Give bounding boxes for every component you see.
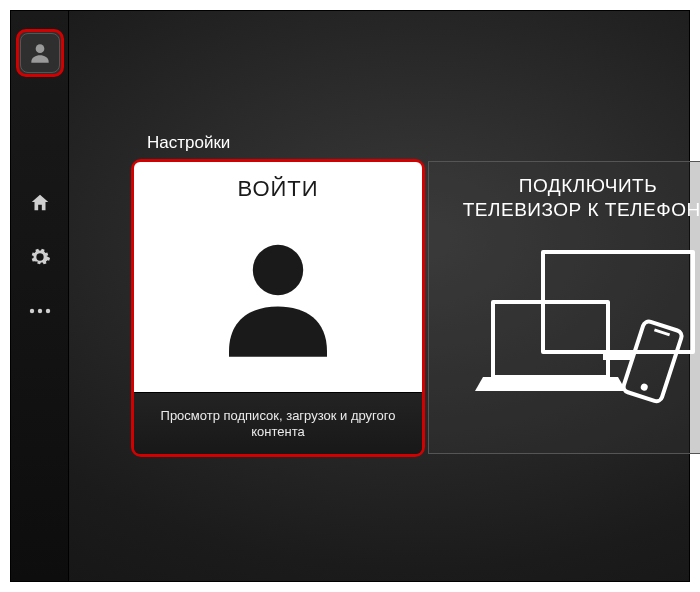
login-caption: Просмотр подписок, загрузок и другого ко… xyxy=(148,408,408,440)
connect-title-line2: ТЕЛЕВИЗОР К ТЕЛЕФОНУ xyxy=(463,199,700,220)
nav-list xyxy=(29,192,51,322)
account-icon xyxy=(20,33,60,73)
home-icon[interactable] xyxy=(29,192,51,214)
login-card-body: ВОЙТИ xyxy=(134,162,422,392)
connect-title-line1: ПОДКЛЮЧИТЬ xyxy=(519,175,657,196)
account-button[interactable] xyxy=(16,29,64,77)
content-area: Настройки ВОЙТИ Просмотр подписок, xyxy=(69,11,689,581)
svg-point-1 xyxy=(29,309,33,313)
login-caption-bar: Просмотр подписок, загрузок и другого ко… xyxy=(134,392,422,454)
more-icon[interactable] xyxy=(29,300,51,322)
login-card[interactable]: ВОЙТИ Просмотр подписок, загрузок и друг… xyxy=(131,159,425,457)
svg-rect-10 xyxy=(654,328,670,336)
sidebar xyxy=(11,11,69,581)
svg-point-9 xyxy=(640,383,649,392)
svg-point-3 xyxy=(45,309,49,313)
connect-title: ПОДКЛЮЧИТЬ ТЕЛЕВИЗОР К ТЕЛЕФОНУ xyxy=(463,174,700,222)
app-root: Настройки ВОЙТИ Просмотр подписок, xyxy=(11,11,689,581)
devices-icon xyxy=(473,242,700,412)
svg-rect-7 xyxy=(493,302,608,377)
svg-point-0 xyxy=(35,44,44,53)
svg-point-2 xyxy=(37,309,41,313)
gear-icon[interactable] xyxy=(29,246,51,268)
section-title: Настройки xyxy=(147,133,230,153)
svg-rect-8 xyxy=(622,320,683,403)
window-frame: Настройки ВОЙТИ Просмотр подписок, xyxy=(10,10,690,582)
person-icon xyxy=(208,228,348,368)
login-title: ВОЙТИ xyxy=(237,176,318,202)
svg-point-4 xyxy=(253,245,303,295)
connect-card[interactable]: ПОДКЛЮЧИТЬ ТЕЛЕВИЗОР К ТЕЛЕФОНУ xyxy=(428,161,700,454)
cards-row: ВОЙТИ Просмотр подписок, загрузок и друг… xyxy=(131,159,700,457)
